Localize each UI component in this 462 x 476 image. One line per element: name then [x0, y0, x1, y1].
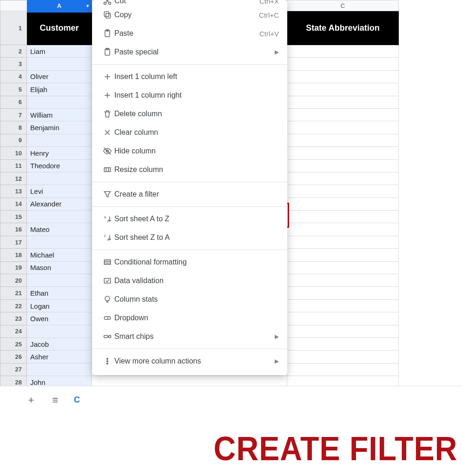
- menu-smart-chips[interactable]: Smart chips ▶: [92, 327, 287, 346]
- row-header[interactable]: 14: [0, 198, 27, 211]
- cell[interactable]: Liam: [27, 45, 92, 58]
- row-header[interactable]: 24: [0, 325, 27, 338]
- sheet-tab[interactable]: C: [74, 395, 80, 405]
- cell[interactable]: [27, 172, 92, 185]
- cell[interactable]: [287, 96, 399, 109]
- row-header[interactable]: 26: [0, 350, 27, 363]
- cell[interactable]: [287, 211, 399, 223]
- select-all-corner[interactable]: [0, 0, 27, 11]
- menu-paste-special[interactable]: Paste special ▶: [92, 43, 287, 61]
- cell[interactable]: Asher: [27, 350, 92, 363]
- cell[interactable]: [287, 198, 399, 211]
- menu-paste[interactable]: Paste Ctrl+V: [92, 24, 287, 43]
- row-header[interactable]: 27: [0, 364, 27, 376]
- row-header[interactable]: 10: [0, 147, 27, 159]
- cell[interactable]: [287, 172, 399, 185]
- cell[interactable]: Henry: [27, 147, 92, 159]
- cell[interactable]: William: [27, 109, 92, 121]
- cell[interactable]: [287, 325, 399, 338]
- header-cell-state[interactable]: State Abbreviation: [287, 11, 399, 45]
- row-header[interactable]: 20: [0, 274, 27, 287]
- cell[interactable]: [27, 364, 92, 376]
- cell[interactable]: [287, 350, 399, 363]
- menu-conditional-formatting[interactable]: Conditional formatting: [92, 253, 287, 271]
- cell[interactable]: Alexander: [27, 198, 92, 211]
- cell[interactable]: Michael: [27, 249, 92, 261]
- row-header[interactable]: 13: [0, 185, 27, 198]
- cell[interactable]: [287, 109, 399, 121]
- cell[interactable]: Mason: [27, 262, 92, 274]
- cell[interactable]: [27, 134, 92, 147]
- cell[interactable]: [287, 287, 399, 299]
- cell[interactable]: [287, 223, 399, 236]
- cell[interactable]: [27, 58, 92, 70]
- cell[interactable]: [287, 364, 399, 376]
- chevron-down-icon[interactable]: ▾: [86, 3, 89, 8]
- cell[interactable]: Levi: [27, 185, 92, 198]
- cell[interactable]: [27, 211, 92, 223]
- cell[interactable]: [287, 236, 399, 249]
- row-header[interactable]: 15: [0, 211, 27, 223]
- cell[interactable]: [287, 58, 399, 70]
- row-header[interactable]: 23: [0, 312, 27, 325]
- cell[interactable]: Oliver: [27, 71, 92, 83]
- row-header[interactable]: 9: [0, 134, 27, 147]
- row-header[interactable]: 5: [0, 83, 27, 96]
- cell[interactable]: [287, 300, 399, 312]
- cell[interactable]: [287, 121, 399, 134]
- column-header-a[interactable]: A ▾: [27, 0, 92, 11]
- menu-delete-column[interactable]: Delete column: [92, 105, 287, 123]
- cell[interactable]: [287, 160, 399, 172]
- row-header[interactable]: 6: [0, 96, 27, 109]
- cell[interactable]: [287, 71, 399, 83]
- row-header[interactable]: 4: [0, 71, 27, 83]
- row-header[interactable]: 8: [0, 121, 27, 134]
- menu-insert-col-right[interactable]: Insert 1 column right: [92, 86, 287, 105]
- menu-copy[interactable]: Copy Ctrl+C: [92, 6, 287, 24]
- menu-clear-column[interactable]: Clear column: [92, 123, 287, 142]
- row-header[interactable]: 3: [0, 58, 27, 70]
- menu-resize-column[interactable]: Resize column: [92, 160, 287, 179]
- cell[interactable]: [287, 262, 399, 274]
- menu-insert-col-left[interactable]: Insert 1 column left: [92, 67, 287, 86]
- all-sheets-button[interactable]: ≡: [50, 395, 61, 406]
- cell[interactable]: [287, 83, 399, 96]
- menu-cut[interactable]: Cut Ctrl+X: [92, 0, 287, 6]
- cell[interactable]: [287, 274, 399, 287]
- cell[interactable]: [27, 274, 92, 287]
- menu-create-filter[interactable]: Create a filter: [92, 185, 287, 204]
- row-header[interactable]: 19: [0, 262, 27, 274]
- cell[interactable]: Mateo: [27, 223, 92, 236]
- menu-column-stats[interactable]: Column stats: [92, 290, 287, 309]
- row-header[interactable]: 22: [0, 300, 27, 312]
- cell[interactable]: Elijah: [27, 83, 92, 96]
- row-header[interactable]: 17: [0, 236, 27, 249]
- cell[interactable]: [287, 134, 399, 147]
- cell[interactable]: [287, 312, 399, 325]
- menu-sort-za[interactable]: ZA Sort sheet Z to A: [92, 228, 287, 247]
- cell[interactable]: [27, 325, 92, 338]
- cell[interactable]: Jacob: [27, 338, 92, 350]
- cell[interactable]: [287, 249, 399, 261]
- cell[interactable]: [27, 96, 92, 109]
- row-header[interactable]: 7: [0, 109, 27, 121]
- menu-sort-az[interactable]: AZ Sort sheet A to Z: [92, 210, 287, 228]
- row-header[interactable]: 2: [0, 45, 27, 58]
- row-header[interactable]: 21: [0, 287, 27, 299]
- cell[interactable]: Logan: [27, 300, 92, 312]
- cell[interactable]: [287, 338, 399, 350]
- cell[interactable]: [27, 236, 92, 249]
- cell[interactable]: [287, 147, 399, 159]
- row-header[interactable]: 16: [0, 223, 27, 236]
- cell[interactable]: Theodore: [27, 160, 92, 172]
- header-cell-customer[interactable]: Customer: [27, 11, 92, 45]
- add-sheet-button[interactable]: +: [26, 395, 37, 406]
- row-header[interactable]: 25: [0, 338, 27, 350]
- menu-hide-column[interactable]: Hide column: [92, 142, 287, 160]
- cell[interactable]: [287, 45, 399, 58]
- row-header[interactable]: 12: [0, 172, 27, 185]
- menu-dropdown[interactable]: Dropdown: [92, 309, 287, 327]
- menu-more-column-actions[interactable]: View more column actions ▶: [92, 352, 287, 370]
- column-header-c[interactable]: C: [287, 0, 399, 11]
- cell[interactable]: Ethan: [27, 287, 92, 299]
